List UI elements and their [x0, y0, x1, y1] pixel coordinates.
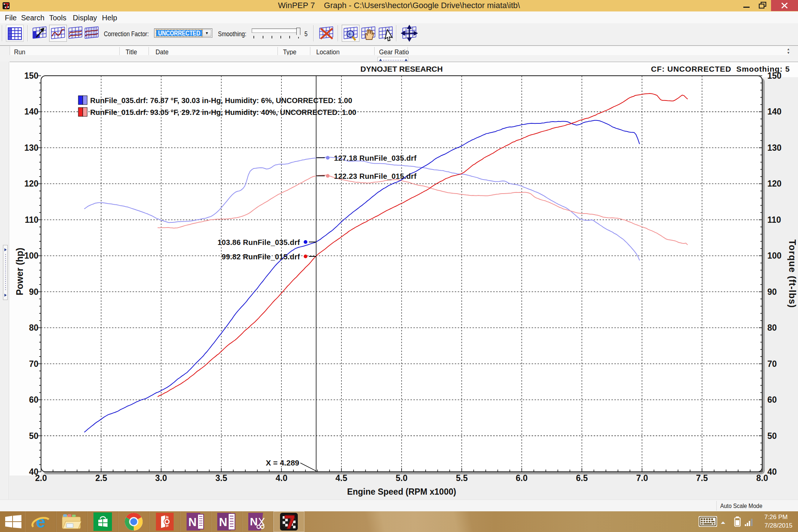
svg-text:150: 150: [767, 71, 781, 81]
svg-text:130: 130: [767, 143, 781, 153]
svg-text:5.5: 5.5: [456, 473, 468, 483]
svg-text:50: 50: [767, 431, 777, 441]
svg-text:3.0: 3.0: [155, 473, 167, 483]
svg-text:DYNOJET RESEARCH: DYNOJET RESEARCH: [361, 65, 443, 73]
svg-text:Torque (ft-lbs): Torque (ft-lbs): [787, 239, 798, 308]
svg-text:130: 130: [24, 143, 38, 153]
svg-text:50: 50: [29, 431, 38, 441]
svg-text:e: e: [36, 512, 45, 531]
svg-text:150: 150: [24, 71, 38, 81]
svg-text:X = 4.289: X = 4.289: [266, 458, 300, 467]
svg-text:6.5: 6.5: [576, 473, 588, 483]
svg-text:4.5: 4.5: [335, 473, 347, 483]
svg-text:140: 140: [767, 107, 781, 116]
svg-text:7.5: 7.5: [696, 473, 708, 483]
svg-text:4.0: 4.0: [276, 473, 287, 483]
svg-text:60: 60: [767, 395, 777, 405]
svg-text:80: 80: [767, 323, 777, 332]
svg-text:N: N: [250, 516, 258, 528]
svg-text:90: 90: [29, 287, 38, 297]
svg-text:RunFile_015.drf: 93.05 °F, 29.: RunFile_015.drf: 93.05 °F, 29.72 in-Hg, …: [90, 108, 356, 116]
svg-text:90: 90: [767, 287, 777, 297]
svg-text:120: 120: [767, 179, 781, 188]
svg-text:100: 100: [24, 251, 38, 260]
svg-text:60: 60: [29, 395, 38, 405]
svg-text:2.5: 2.5: [95, 473, 107, 483]
svg-text:80: 80: [29, 323, 38, 332]
svg-text:70: 70: [29, 359, 38, 369]
svg-text:2.0: 2.0: [35, 473, 47, 483]
svg-text:N: N: [188, 516, 197, 529]
svg-text:5.0: 5.0: [396, 473, 407, 483]
svg-text:120: 120: [24, 179, 38, 188]
svg-text:7.0: 7.0: [636, 473, 648, 483]
svg-text:70: 70: [767, 359, 777, 369]
svg-text:110: 110: [25, 215, 38, 225]
svg-text:6.0: 6.0: [516, 473, 528, 483]
svg-text:100: 100: [767, 251, 781, 260]
svg-text:110: 110: [767, 215, 781, 225]
svg-text:Power (hp): Power (hp): [14, 248, 25, 295]
svg-text:127.18 RunFile_035.drf: 127.18 RunFile_035.drf: [334, 154, 416, 162]
svg-text:140: 140: [24, 107, 38, 116]
svg-text:40: 40: [767, 467, 777, 477]
svg-text:3.5: 3.5: [215, 473, 227, 483]
svg-text:122.23 RunFile_015.drf: 122.23 RunFile_015.drf: [334, 172, 416, 180]
svg-text:N: N: [219, 516, 227, 529]
svg-text:Engine Speed (RPM x1000): Engine Speed (RPM x1000): [347, 487, 456, 497]
svg-text:RunFile_035.drf: 76.87 °F, 30.: RunFile_035.drf: 76.87 °F, 30.03 in-Hg, …: [90, 96, 352, 105]
svg-text:8.0: 8.0: [756, 473, 768, 483]
svg-text:99.82 RunFile_015.drf: 99.82 RunFile_015.drf: [222, 253, 300, 261]
svg-text:103.86 RunFile_035.drf: 103.86 RunFile_035.drf: [218, 238, 300, 246]
